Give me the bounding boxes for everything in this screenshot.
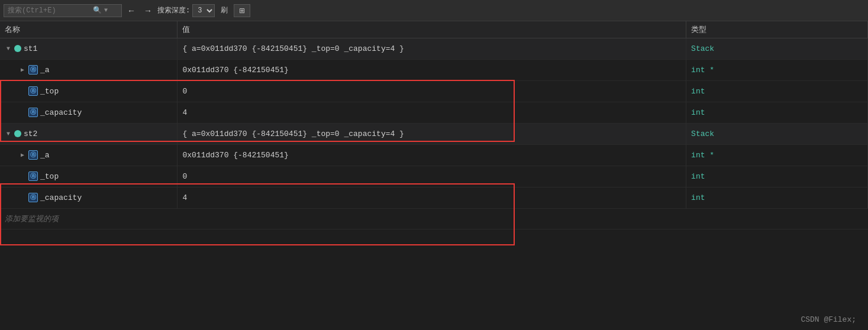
value-cell-st2._a: 0x011dd370 {-842150451} <box>178 144 686 166</box>
variable-value: 0 <box>182 87 187 96</box>
add-watch-label[interactable]: 添加要监视的项 <box>0 208 868 229</box>
name-cell-st2: ▼st2 <box>0 123 178 144</box>
type-cell-st1._top: int <box>686 80 868 102</box>
value-cell-st1._a: 0x011dd370 {-842150451} <box>178 59 686 80</box>
object-icon <box>14 130 21 137</box>
back-button[interactable]: ← <box>124 4 138 18</box>
table-header: 名称 值 类型 <box>0 21 868 38</box>
field-icon: ⓐ <box>28 150 38 160</box>
field-icon: ⓐ <box>28 108 38 117</box>
forward-button[interactable]: → <box>141 4 155 18</box>
footer: CSDN @Filex; <box>801 315 856 324</box>
table-row: ⓐ_capacity4int <box>0 102 868 123</box>
variable-type: Stack <box>691 44 714 53</box>
watch-table-wrapper: 名称 值 类型 ▼st1{ a=0x011dd370 {-842150451} … <box>0 21 868 229</box>
pin-button[interactable]: 刷 <box>217 4 231 18</box>
variable-name: _capacity <box>40 108 82 117</box>
variable-name: _capacity <box>40 193 82 202</box>
variable-value: 0x011dd370 {-842150451} <box>182 66 288 75</box>
type-cell-st2: Stack <box>686 123 868 144</box>
value-cell-st1._capacity: 4 <box>178 102 686 123</box>
field-icon: ⓐ <box>28 65 38 75</box>
variable-name: st1 <box>24 44 37 53</box>
header-value: 值 <box>178 21 686 38</box>
variable-type: int <box>691 172 705 181</box>
variable-type: int * <box>691 151 714 160</box>
variable-name: _a <box>40 151 50 160</box>
object-icon <box>14 45 21 52</box>
credit-text: CSDN @Filex; <box>801 315 856 324</box>
field-icon: ⓐ <box>28 86 38 96</box>
table-row: ▼st1{ a=0x011dd370 {-842150451} _top=0 _… <box>0 38 868 59</box>
type-cell-st1._capacity: int <box>686 102 868 123</box>
value-cell-st2: { a=0x011dd370 {-842150451} _top=0 _capa… <box>178 123 686 144</box>
variable-value: 0x011dd370 {-842150451} <box>182 151 288 160</box>
toolbar: 🔍 ▼ ← → 搜索深度: 3 1 2 4 5 刷 ⊞ <box>0 0 868 21</box>
variable-name: st2 <box>24 130 37 138</box>
search-box[interactable]: 🔍 ▼ <box>4 4 122 17</box>
header-type: 类型 <box>686 21 868 38</box>
type-cell-st1: Stack <box>686 38 868 59</box>
header-name: 名称 <box>0 21 178 38</box>
name-cell-st2._top: ⓐ_top <box>0 166 178 187</box>
expand-arrow[interactable]: ▶ <box>19 66 26 73</box>
variable-name: _a <box>40 66 50 75</box>
tab-button[interactable]: ⊞ <box>234 4 250 17</box>
type-cell-st1._a: int * <box>686 59 868 80</box>
variable-value: 4 <box>182 193 187 202</box>
value-cell-st2._capacity: 4 <box>178 187 686 208</box>
field-icon: ⓐ <box>28 172 38 181</box>
table-row: ⓐ_top0int <box>0 80 868 102</box>
value-cell-st2._top: 0 <box>178 166 686 187</box>
name-cell-st2._capacity: ⓐ_capacity <box>0 187 178 208</box>
name-cell-st1._capacity: ⓐ_capacity <box>0 102 178 123</box>
search-input[interactable] <box>8 7 91 15</box>
table-row: ▶ⓐ_a0x011dd370 {-842150451}int * <box>0 144 868 166</box>
variable-name: _top <box>40 172 59 181</box>
name-cell-st1._a: ▶ⓐ_a <box>0 59 178 80</box>
type-cell-st2._a: int * <box>686 144 868 166</box>
name-cell-st2._a: ▶ⓐ_a <box>0 144 178 166</box>
table-row: ▶ⓐ_a0x011dd370 {-842150451}int * <box>0 59 868 80</box>
variable-value: 0 <box>182 172 187 181</box>
depth-label: 搜索深度: <box>157 5 190 15</box>
variable-name: _top <box>40 87 59 96</box>
type-cell-st2._top: int <box>686 166 868 187</box>
search-icon: 🔍 <box>93 6 102 15</box>
table-row: ▼st2{ a=0x011dd370 {-842150451} _top=0 _… <box>0 123 868 144</box>
expand-arrow[interactable]: ▶ <box>19 151 26 158</box>
variable-value: { a=0x011dd370 {-842150451} _top=0 _capa… <box>182 130 404 138</box>
field-icon: ⓐ <box>28 193 38 202</box>
expand-arrow[interactable]: ▼ <box>5 131 12 137</box>
watch-table: 名称 值 类型 ▼st1{ a=0x011dd370 {-842150451} … <box>0 21 868 229</box>
name-cell-st1: ▼st1 <box>0 38 178 59</box>
variable-type: int <box>691 193 705 202</box>
add-watch-row[interactable]: 添加要监视的项 <box>0 208 868 229</box>
type-cell-st2._capacity: int <box>686 187 868 208</box>
variable-type: Stack <box>691 130 714 138</box>
name-cell-st1._top: ⓐ_top <box>0 80 178 102</box>
search-dropdown-icon[interactable]: ▼ <box>104 7 108 14</box>
value-cell-st1: { a=0x011dd370 {-842150451} _top=0 _capa… <box>178 38 686 59</box>
expand-arrow[interactable]: ▼ <box>5 46 12 52</box>
depth-select[interactable]: 3 1 2 4 5 <box>192 4 215 17</box>
table-row: ⓐ_capacity4int <box>0 187 868 208</box>
table-row: ⓐ_top0int <box>0 166 868 187</box>
variable-value: 4 <box>182 108 187 117</box>
variable-type: int * <box>691 66 714 75</box>
variable-value: { a=0x011dd370 {-842150451} _top=0 _capa… <box>182 44 404 53</box>
variable-type: int <box>691 108 705 117</box>
variable-type: int <box>691 87 705 96</box>
value-cell-st1._top: 0 <box>178 80 686 102</box>
